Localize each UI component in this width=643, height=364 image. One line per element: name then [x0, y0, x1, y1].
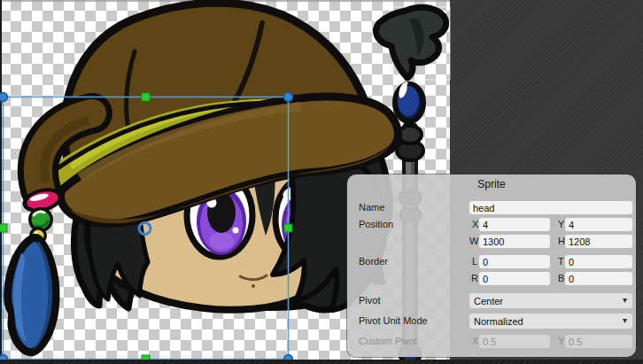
- border-r-label: R: [471, 273, 478, 283]
- custom-pivot-label: Custom Pivot: [359, 336, 416, 346]
- position-y-label: Y: [558, 219, 564, 229]
- position-h-input[interactable]: [565, 235, 632, 248]
- border-b-label: B: [558, 273, 564, 283]
- border-label: Border: [359, 256, 388, 267]
- staff-finial-feather: [376, 7, 445, 78]
- border-t-label: T: [558, 256, 564, 267]
- head-sprite: [8, 3, 399, 352]
- border-t-input[interactable]: [565, 255, 632, 268]
- edge-handle-top[interactable]: [142, 93, 150, 101]
- staff-orb-glint: [405, 81, 407, 84]
- pivot-dropdown[interactable]: Center ▾: [469, 293, 632, 308]
- position-y-input[interactable]: [565, 218, 632, 231]
- position-w-label: W: [469, 236, 478, 246]
- pivot-unit-mode-dropdown-value: Normalized: [474, 316, 523, 327]
- custom-pivot-y-input: [565, 335, 632, 348]
- edge-handle-right[interactable]: [284, 224, 292, 232]
- position-w-input[interactable]: [479, 235, 550, 248]
- chevron-down-icon: ▾: [623, 295, 627, 305]
- corner-handle-top-right[interactable]: [284, 93, 293, 102]
- panel-title: Sprite: [347, 178, 636, 190]
- name-label: Name: [359, 202, 384, 213]
- sprite-panel: Sprite Name Position X Y W H Border L T …: [347, 174, 636, 357]
- position-x-label: X: [472, 219, 478, 229]
- name-input[interactable]: [469, 201, 632, 214]
- custom-pivot-y-label: Y: [558, 336, 564, 346]
- border-l-input[interactable]: [479, 255, 550, 268]
- border-b-input[interactable]: [565, 272, 632, 285]
- custom-pivot-x-label: X: [472, 336, 478, 346]
- bottom-bar: [0, 360, 643, 364]
- sprite-editor-canvas[interactable]: Sprite Name Position X Y W H Border L T …: [0, 0, 643, 364]
- pivot-dropdown-value: Center: [474, 296, 503, 306]
- custom-pivot-x-input: [479, 335, 550, 348]
- hat-feather: [8, 237, 56, 352]
- position-x-input[interactable]: [479, 218, 550, 231]
- position-h-label: H: [558, 236, 565, 246]
- chevron-down-icon: ▾: [623, 315, 627, 325]
- pivot-unit-mode-dropdown[interactable]: Normalized ▾: [469, 314, 632, 329]
- edge-handle-left[interactable]: [0, 224, 7, 232]
- pivot-unit-mode-label: Pivot Unit Mode: [359, 315, 428, 326]
- corner-handle-top-left[interactable]: [0, 93, 8, 102]
- border-r-input[interactable]: [479, 272, 550, 285]
- border-l-label: L: [472, 256, 477, 267]
- pivot-label: Pivot: [359, 295, 380, 306]
- position-label: Position: [359, 219, 393, 229]
